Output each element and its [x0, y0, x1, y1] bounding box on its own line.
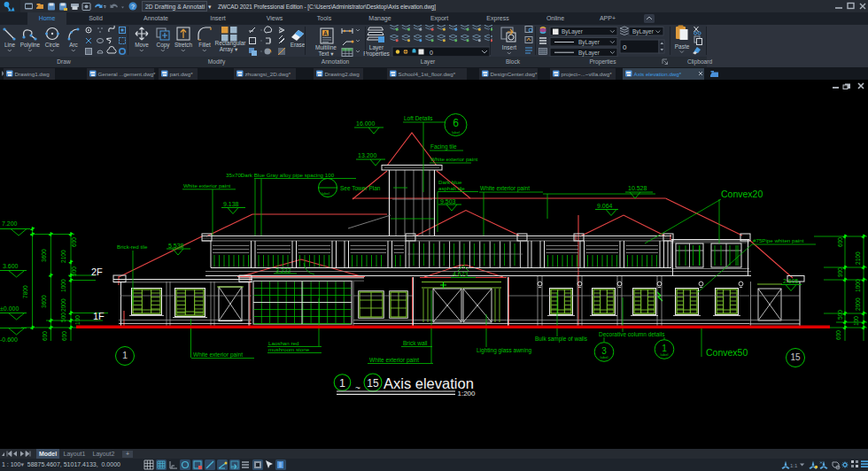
svg-text:#75Pipe whiten paint: #75Pipe whiten paint: [753, 237, 804, 243]
svg-text:900: 900: [837, 267, 843, 277]
svg-text:Dark blue: Dark blue: [438, 179, 462, 185]
svg-text:1:1: 1:1: [790, 463, 798, 468]
svg-text:3.222: 3.222: [275, 267, 291, 274]
svg-text:White exterior paint: White exterior paint: [193, 351, 243, 359]
svg-text:General ...gement.dwg*: General ...gement.dwg*: [98, 71, 157, 77]
svg-text:Drawing2.dwg: Drawing2.dwg: [325, 71, 360, 77]
svg-text:Convex20: Convex20: [721, 189, 763, 199]
svg-text:ByLayer: ByLayer: [578, 39, 601, 46]
svg-text:Circle: Circle: [45, 42, 60, 48]
svg-text:9.138: 9.138: [223, 201, 239, 207]
svg-text:Move: Move: [135, 42, 149, 48]
svg-text:part.dwg*: part.dwg*: [170, 71, 194, 77]
svg-text:2.605: 2.605: [783, 278, 799, 284]
svg-text:9.503: 9.503: [440, 198, 456, 205]
svg-text:See Tower Plan: See Tower Plan: [340, 185, 381, 191]
svg-text:900: 900: [71, 266, 77, 276]
svg-text:600: 600: [837, 237, 843, 247]
svg-text:mushroom stone: mushroom stone: [268, 346, 310, 352]
svg-text:asphalt tile: asphalt tile: [438, 185, 465, 191]
svg-text:500: 500: [837, 310, 843, 320]
svg-text:ByLayer: ByLayer: [632, 28, 655, 35]
svg-text:1: 1: [662, 344, 667, 353]
svg-text:3.600: 3.600: [3, 263, 19, 269]
svg-text:Polyline: Polyline: [20, 42, 41, 49]
svg-text:School4_1st_floor.dwg*: School4_1st_floor.dwg*: [399, 71, 456, 77]
svg-text:0: 0: [430, 50, 433, 56]
svg-text:1: 1: [339, 377, 345, 390]
svg-text:-0.600: -0.600: [0, 336, 18, 343]
svg-text:zhuangsi_2D.dwg*: zhuangsi_2D.dwg*: [245, 71, 291, 77]
svg-text:600: 600: [835, 330, 841, 340]
svg-text:Decorative column details: Decorative column details: [599, 331, 665, 337]
svg-text:Insert: Insert: [502, 44, 516, 50]
svg-text:2100: 2100: [60, 250, 66, 263]
svg-text:600: 600: [61, 331, 67, 341]
svg-text:ByLayer: ByLayer: [562, 28, 584, 35]
svg-text:Array ▾: Array ▾: [220, 46, 238, 53]
svg-text:15: 15: [367, 377, 379, 390]
svg-text:600: 600: [71, 237, 77, 247]
svg-text:DesignCenter.dwg*: DesignCenter.dwg*: [491, 71, 539, 77]
svg-text:7.200: 7.200: [2, 220, 18, 227]
svg-text:label: label: [452, 130, 460, 135]
svg-text:Line: Line: [4, 42, 16, 48]
svg-text:White exterior paint: White exterior paint: [480, 185, 530, 192]
svg-text:1F: 1F: [93, 311, 105, 321]
svg-text:2F: 2F: [91, 266, 103, 277]
svg-text:A: A: [323, 30, 328, 36]
svg-text:100: 100: [853, 316, 859, 326]
svg-text:Text ▾: Text ▾: [319, 50, 335, 57]
svg-text:Convex50: Convex50: [706, 347, 748, 358]
svg-text:Brick wall: Brick wall: [403, 340, 428, 346]
svg-text:Lighting glass awning: Lighting glass awning: [477, 347, 532, 354]
svg-text:project~...~villa.dwg*: project~...~villa.dwg*: [562, 71, 613, 77]
svg-text:Facing tile: Facing tile: [430, 143, 457, 151]
svg-text:Properties: Properties: [363, 50, 390, 57]
svg-text:10.528: 10.528: [628, 185, 647, 191]
svg-text:White exterior paint: White exterior paint: [183, 182, 231, 189]
svg-text:0: 0: [623, 43, 627, 51]
svg-text:Paste: Paste: [675, 43, 690, 50]
svg-text:1: 1: [122, 350, 128, 360]
svg-text:ByLayer: ByLayer: [578, 50, 601, 57]
svg-text:Stretch: Stretch: [174, 42, 193, 48]
svg-text:White exterior paint: White exterior paint: [430, 156, 478, 162]
svg-text:4.673: 4.673: [453, 271, 469, 277]
svg-text:Axis elevation.dwg*: Axis elevation.dwg*: [634, 71, 682, 77]
svg-text:White exterior paint: White exterior paint: [369, 357, 419, 364]
svg-text:600: 600: [42, 331, 48, 341]
svg-text:9.064: 9.064: [597, 203, 613, 209]
svg-text:Copy: Copy: [157, 42, 171, 49]
svg-text:label: label: [322, 191, 329, 196]
svg-text:7800: 7800: [22, 285, 28, 298]
svg-text:?: ?: [131, 4, 135, 10]
svg-text:13.200: 13.200: [358, 152, 377, 158]
svg-text:1000: 1000: [855, 279, 861, 292]
svg-text:1000: 1000: [60, 279, 66, 292]
svg-text:label: label: [661, 352, 669, 357]
svg-text:Loft Details: Loft Details: [404, 115, 433, 121]
svg-text:2000: 2000: [855, 297, 861, 311]
svg-text:Erase: Erase: [291, 42, 306, 48]
svg-text:15: 15: [790, 352, 801, 362]
svg-text:100: 100: [74, 315, 81, 325]
svg-text:Drawing1.dwg: Drawing1.dwg: [15, 71, 50, 77]
svg-text:Multiline: Multiline: [315, 44, 337, 50]
svg-text:Arc: Arc: [69, 42, 78, 48]
svg-text:5.538: 5.538: [168, 243, 184, 249]
svg-text:500: 500: [60, 313, 66, 322]
svg-text:Laoshan red: Laoshan red: [268, 340, 299, 346]
svg-text:3: 3: [601, 346, 607, 356]
svg-text:1:200: 1:200: [458, 390, 477, 398]
svg-text:Brick-red tile: Brick-red tile: [117, 243, 148, 250]
svg-text:Fillet: Fillet: [198, 42, 211, 48]
svg-text:label: label: [601, 355, 608, 359]
svg-text:35x70Dark Blue Gray alloy pipe: 35x70Dark Blue Gray alloy pipe spacing 1…: [226, 172, 335, 178]
svg-text:6: 6: [453, 117, 459, 129]
svg-text:16.000: 16.000: [356, 120, 376, 127]
svg-text:Bulk sample of walls: Bulk sample of walls: [535, 336, 588, 343]
svg-text:±0.000: ±0.000: [0, 305, 19, 312]
svg-text:3600: 3600: [41, 295, 47, 308]
svg-text:2100: 2100: [855, 251, 861, 265]
